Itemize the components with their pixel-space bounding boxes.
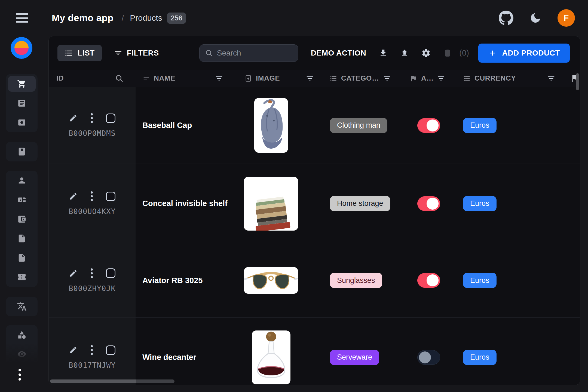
vertical-scrollbar-thumb[interactable] <box>576 73 579 90</box>
sidebar-item-articles[interactable] <box>8 95 36 111</box>
sidebar-item-assets[interactable] <box>8 115 36 130</box>
settings-gear-icon[interactable] <box>421 48 431 58</box>
upload-icon[interactable] <box>400 48 409 58</box>
active-toggle[interactable] <box>417 273 440 288</box>
sidebar-item-products[interactable] <box>8 76 36 92</box>
filters-button[interactable]: FILTERS <box>114 49 159 57</box>
product-name: Baseball Cap <box>136 87 236 164</box>
sidebar-item-reference-book[interactable] <box>8 144 36 160</box>
dark-mode-moon-icon[interactable] <box>529 12 542 24</box>
sidebar-group-reference <box>6 142 38 161</box>
active-toggle[interactable] <box>417 196 440 211</box>
active-toggle[interactable] <box>417 118 440 133</box>
bulleted-list-icon <box>463 75 471 82</box>
filter-icon[interactable] <box>383 74 391 82</box>
github-icon[interactable] <box>499 11 513 25</box>
row-checkbox[interactable] <box>106 345 115 355</box>
list-icon <box>65 49 73 57</box>
search-icon[interactable] <box>115 74 124 83</box>
kebab-menu-icon[interactable] <box>91 191 93 201</box>
sidebar-item-categories[interactable] <box>8 327 36 343</box>
menu-icon[interactable] <box>16 13 28 23</box>
category-chip: Serveware <box>330 350 379 365</box>
column-header-active[interactable]: A… <box>398 70 449 87</box>
active-cell <box>398 87 449 164</box>
row-actions <box>69 191 115 201</box>
search-box <box>199 44 298 62</box>
filter-icon <box>114 49 122 57</box>
product-id: B0017TNJWY <box>69 361 116 369</box>
category-cell: Sunglasses <box>321 243 398 317</box>
row-checkbox[interactable] <box>106 114 115 123</box>
active-toggle[interactable] <box>417 350 440 365</box>
column-header-currency[interactable]: CURRENCY <box>449 70 573 87</box>
download-icon[interactable] <box>379 48 388 58</box>
table-body: B000P0MDMS Baseball Cap Clo <box>49 87 580 385</box>
sidebar-item-invoices[interactable] <box>8 211 36 227</box>
horizontal-scrollbar-thumb[interactable] <box>50 379 174 383</box>
column-header-category[interactable]: CATEGO… <box>321 70 398 87</box>
column-label-image: IMAGE <box>256 74 280 82</box>
product-id: B000UO4KXY <box>69 207 116 216</box>
row-checkbox[interactable] <box>106 268 115 278</box>
person-icon <box>17 176 26 185</box>
delete-trash-icon <box>443 48 452 58</box>
filter-icon[interactable] <box>306 74 314 82</box>
currency-chip: Euros <box>463 196 497 211</box>
sidebar-item-visibility[interactable] <box>8 346 36 362</box>
breadcrumb-page[interactable]: Products <box>130 13 162 23</box>
filter-icon[interactable] <box>215 74 223 82</box>
edit-pencil-icon[interactable] <box>69 346 78 354</box>
sidebar-item-segments[interactable] <box>8 192 36 208</box>
row-actions <box>69 113 115 123</box>
sidebar-item-coupons[interactable] <box>8 269 36 285</box>
search-input[interactable] <box>217 49 293 57</box>
column-header-id[interactable]: ID <box>49 70 136 87</box>
flag-icon <box>410 75 417 82</box>
sidebar-item-translations[interactable] <box>8 299 36 314</box>
image-cell <box>236 164 321 243</box>
image-cell <box>236 243 321 317</box>
sidebar-item-customers[interactable] <box>8 173 36 188</box>
filter-icon[interactable] <box>547 74 555 82</box>
row-checkbox[interactable] <box>106 192 115 201</box>
row-actions <box>69 268 115 278</box>
category-cell: Serveware <box>321 318 398 385</box>
topbar-actions: F <box>499 0 575 36</box>
id-cell: B000UO4KXY <box>49 164 136 243</box>
edit-pencil-icon[interactable] <box>69 192 78 201</box>
sidebar-more-dots-icon[interactable] <box>14 366 25 383</box>
filter-icon[interactable] <box>437 74 445 82</box>
kebab-menu-icon[interactable] <box>91 268 93 278</box>
list-view-button[interactable]: LIST <box>57 45 102 61</box>
document-icon <box>17 253 26 262</box>
demo-action-button[interactable]: DEMO ACTION <box>311 49 366 57</box>
article-icon <box>17 99 26 108</box>
add-product-button[interactable]: ADD PRODUCT <box>478 44 570 63</box>
search-icon <box>205 49 213 57</box>
column-header-image[interactable]: IMAGE <box>236 70 321 87</box>
document-icon <box>17 234 26 243</box>
sidebar-group-misc <box>6 325 38 364</box>
shopping-cart-icon <box>17 79 26 88</box>
avatar[interactable]: F <box>558 9 575 27</box>
category-cell: Clothing man <box>321 87 398 164</box>
sidebar-item-documents-2[interactable] <box>8 250 36 266</box>
edit-pencil-icon[interactable] <box>69 269 78 278</box>
camera-roll-icon <box>17 118 26 127</box>
kebab-menu-icon[interactable] <box>91 113 93 123</box>
kebab-menu-icon[interactable] <box>91 345 93 355</box>
product-id: B000P0MDMS <box>69 129 116 137</box>
app-logo-icon <box>10 37 33 59</box>
edit-pencil-icon[interactable] <box>69 114 78 122</box>
column-label-active: A… <box>421 74 434 82</box>
category-chip: Sunglasses <box>330 273 382 288</box>
sidebar-group-customers <box>6 171 38 287</box>
breadcrumb-separator: / <box>122 13 124 23</box>
sidebar <box>0 36 48 392</box>
table-header: ID NAME IMAGE CATEGO… A… CURRENCY <box>49 70 580 87</box>
sidebar-item-documents-1[interactable] <box>8 231 36 246</box>
column-label-category: CATEGO… <box>341 74 379 82</box>
table-row: B000ZHY0JK Aviator RB 3025 <box>49 243 580 317</box>
column-header-name[interactable]: NAME <box>136 70 236 87</box>
